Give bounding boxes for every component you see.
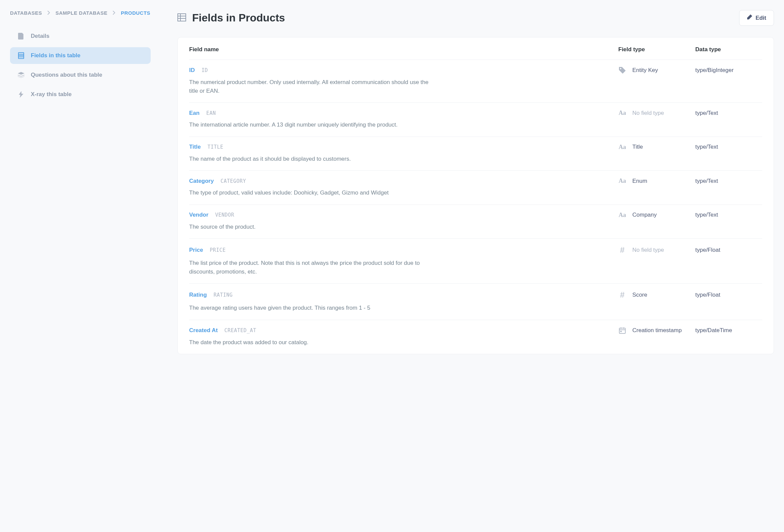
- field-db-name: EAN: [206, 110, 216, 116]
- fields-panel: Field name Field type Data type ID ID En…: [177, 37, 774, 354]
- field-description: The numerical product number. Only used …: [189, 78, 430, 95]
- field-name-link[interactable]: Vendor: [189, 212, 208, 218]
- field-data-type: type/DateTime: [695, 327, 762, 334]
- sidebar-item-label: Details: [31, 33, 50, 39]
- field-data-type: type/Float: [695, 291, 762, 298]
- field-description: The international article number. A 13 d…: [189, 120, 430, 129]
- field-description: The type of product, valid values includ…: [189, 189, 430, 197]
- sidebar-item-label: Questions about this table: [31, 72, 102, 78]
- tag-icon: [618, 66, 626, 74]
- edit-button-label: Edit: [756, 15, 766, 22]
- field-row: Vendor VENDOR Aa Company type/Text The s…: [189, 204, 762, 239]
- svg-rect-13: [620, 331, 622, 332]
- breadcrumb-sample-database[interactable]: SAMPLE DATABASE: [56, 10, 108, 16]
- field-db-name: PRICE: [210, 247, 226, 253]
- edit-button[interactable]: Edit: [739, 10, 774, 26]
- field-data-type: type/Text: [695, 178, 762, 185]
- pencil-icon: [747, 15, 752, 22]
- field-type-label: No field type: [632, 247, 664, 253]
- field-data-type: type/Text: [695, 110, 762, 116]
- stack-icon: [18, 71, 25, 79]
- aa-icon: Aa: [618, 177, 626, 185]
- field-name-link[interactable]: Title: [189, 144, 201, 150]
- field-name-link[interactable]: ID: [189, 67, 195, 74]
- field-type-label: Title: [632, 144, 643, 150]
- field-data-type: type/BigInteger: [695, 67, 762, 74]
- field-db-name: TITLE: [207, 144, 224, 150]
- calendar-icon: [618, 327, 626, 334]
- field-type-label: No field type: [632, 110, 664, 116]
- aa-icon: Aa: [618, 144, 626, 151]
- sidebar-item-xray[interactable]: X-ray this table: [10, 86, 151, 103]
- field-db-name: CATEGORY: [221, 178, 246, 184]
- sidebar: Details Fields in this table Questions a…: [10, 28, 151, 103]
- field-data-type: type/Text: [695, 144, 762, 150]
- field-description: The date the product was added to our ca…: [189, 338, 430, 347]
- breadcrumb-databases[interactable]: DATABASES: [10, 10, 42, 16]
- hash-icon: #: [618, 245, 626, 255]
- svg-rect-9: [619, 328, 625, 333]
- hash-icon: #: [618, 290, 626, 300]
- field-type-label: Enum: [632, 178, 647, 185]
- field-name-link[interactable]: Price: [189, 247, 203, 253]
- field-db-name: ID: [201, 67, 208, 73]
- svg-point-8: [620, 68, 621, 69]
- field-name-link[interactable]: Rating: [189, 291, 207, 298]
- columns-header: Field name Field type Data type: [189, 37, 762, 60]
- field-type-label: Score: [632, 291, 647, 298]
- field-type-label: Entity Key: [632, 67, 658, 74]
- field-db-name: RATING: [214, 292, 233, 298]
- field-row: Title TITLE Aa Title type/Text The name …: [189, 137, 762, 171]
- field-type-label: Company: [632, 212, 657, 218]
- field-row: Rating RATING # Score type/Float The ave…: [189, 283, 762, 320]
- field-type-label: Creation timestamp: [632, 327, 681, 334]
- field-description: The source of the product.: [189, 223, 430, 231]
- breadcrumb-products[interactable]: PRODUCTS: [121, 10, 150, 16]
- field-data-type: type/Text: [695, 212, 762, 218]
- field-name-link[interactable]: Category: [189, 178, 214, 185]
- field-row: Ean EAN Aa No field type type/Text The i…: [189, 103, 762, 137]
- field-description: The list price of the product. Note that…: [189, 259, 430, 276]
- table-icon: [177, 13, 186, 23]
- sidebar-item-label: Fields in this table: [31, 52, 80, 59]
- column-header-field-type: Field type: [618, 46, 695, 53]
- chevron-right-icon: [113, 10, 115, 16]
- aa-icon: Aa: [618, 110, 626, 116]
- field-name-link[interactable]: Created At: [189, 327, 218, 334]
- field-name-link[interactable]: Ean: [189, 110, 199, 116]
- sidebar-item-label: X-ray this table: [31, 91, 72, 98]
- sidebar-item-details[interactable]: Details: [10, 28, 151, 45]
- field-row: Created At CREATED_AT Creation timestamp…: [189, 320, 762, 354]
- sidebar-item-questions[interactable]: Questions about this table: [10, 66, 151, 83]
- field-db-name: VENDOR: [215, 212, 234, 218]
- breadcrumb: DATABASES SAMPLE DATABASE PRODUCTS: [10, 10, 151, 16]
- chevron-right-icon: [48, 10, 50, 16]
- field-row: Category CATEGORY Aa Enum type/Text The …: [189, 170, 762, 204]
- field-data-type: type/Float: [695, 247, 762, 253]
- document-icon: [18, 32, 25, 40]
- column-header-name: Field name: [189, 46, 618, 53]
- page-title: Fields in Products: [192, 12, 285, 24]
- svg-rect-4: [178, 14, 186, 21]
- sidebar-item-fields[interactable]: Fields in this table: [10, 47, 151, 64]
- field-description: The name of the product as it should be …: [189, 155, 430, 163]
- column-header-data-type: Data type: [695, 46, 762, 53]
- aa-icon: Aa: [618, 212, 626, 219]
- field-row: ID ID Entity Key type/BigInteger The num…: [189, 60, 762, 103]
- list-icon: [18, 52, 25, 59]
- bolt-icon: [18, 91, 25, 98]
- field-row: Price PRICE # No field type type/Float T…: [189, 239, 762, 283]
- field-db-name: CREATED_AT: [224, 328, 256, 333]
- field-description: The average rating users have given the …: [189, 304, 430, 312]
